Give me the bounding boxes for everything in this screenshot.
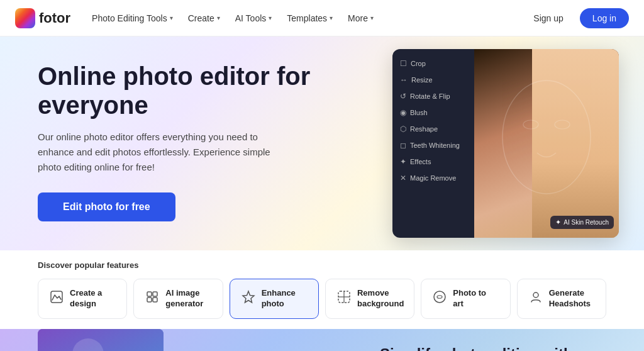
chevron-icon: ▾ <box>170 14 173 21</box>
chevron-icon: ▾ <box>370 14 374 21</box>
sidebar-label-reshape: Reshape <box>410 125 438 133</box>
feature-label-photo-art: Photo to art <box>453 288 498 309</box>
feature-label-headshots: GenerateHeadshots <box>549 288 591 309</box>
hero-content: Online photo editor for everyone Our onl… <box>38 62 327 221</box>
magic-remove-icon: ✕ <box>400 174 406 182</box>
sidebar-resize[interactable]: ↔ Resize <box>392 72 474 88</box>
feature-label-remove-bg: Removebackground <box>357 288 404 309</box>
sidebar-label-effects: Effects <box>410 158 431 165</box>
editor-photo-canvas: ✦ AI Skin Retouch <box>474 49 619 238</box>
chevron-icon: ▾ <box>330 14 333 21</box>
hero-title: Online photo editor for everyone <box>38 62 327 120</box>
crop-icon: ☐ <box>400 59 407 68</box>
ai-image-generator-icon <box>145 290 159 307</box>
feature-photo-to-art[interactable]: Photo to art <box>421 279 510 319</box>
nav-item-more[interactable]: More ▾ <box>341 9 380 27</box>
editor-sidebar: ☐ Crop ↔ Resize ↺ Rotate & Flip ◉ Blush … <box>392 49 474 238</box>
sidebar-blush[interactable]: ◉ Blush <box>392 104 474 121</box>
sidebar-label-resize: Resize <box>411 76 433 84</box>
nav-item-photo-editing-tools[interactable]: Photo Editing Tools ▾ <box>86 9 179 27</box>
hero-subtitle: Our online photo editor offers everythin… <box>38 130 277 175</box>
hero-section: Online photo editor for everyone Our onl… <box>0 36 644 250</box>
ai-skin-retouch-badge: ✦ AI Skin Retouch <box>550 216 614 229</box>
sidebar-label-magic: Magic Remove <box>410 174 456 182</box>
navbar: fotor Photo Editing Tools ▾ Create ▾ AI … <box>0 0 644 36</box>
svg-point-12 <box>434 291 445 303</box>
sidebar-label-rotate: Rotate & Flip <box>410 92 450 100</box>
feature-enhance-photo[interactable]: Enhancephoto <box>230 279 319 319</box>
signup-button[interactable]: Sign up <box>523 8 573 28</box>
hero-image: ☐ Crop ↔ Resize ↺ Rotate & Flip ◉ Blush … <box>392 49 619 238</box>
feature-label-ai-image: AI imagegenerator <box>165 288 203 309</box>
sidebar-label-blush: Blush <box>410 109 428 116</box>
nav-label-create: Create <box>188 13 214 23</box>
bottom-preview-image <box>38 329 164 351</box>
features-grid: Create adesign AI imagegenerator Enhance… <box>38 279 606 319</box>
sidebar-crop[interactable]: ☐ Crop <box>392 55 474 72</box>
create-design-icon <box>50 290 64 307</box>
nav-item-templates[interactable]: Templates ▾ <box>280 9 339 27</box>
feature-remove-background[interactable]: Removebackground <box>325 279 414 319</box>
feature-label-create-design: Create adesign <box>70 288 102 309</box>
feature-label-enhance: Enhancephoto <box>262 288 296 309</box>
feature-generate-headshots[interactable]: GenerateHeadshots <box>517 279 606 319</box>
features-section: Discover popular features Create adesign… <box>0 250 644 319</box>
svg-point-2 <box>555 120 570 129</box>
editor-mock: ☐ Crop ↔ Resize ↺ Rotate & Flip ◉ Blush … <box>392 49 619 238</box>
sidebar-teeth[interactable]: ◻ Teeth Whitening <box>392 137 474 153</box>
nav-label-templates: Templates <box>287 13 327 23</box>
nav-items: Photo Editing Tools ▾ Create ▾ AI Tools … <box>86 9 523 27</box>
nav-item-ai-tools[interactable]: AI Tools ▾ <box>229 9 279 27</box>
svg-rect-7 <box>153 298 157 302</box>
svg-rect-5 <box>153 292 157 296</box>
sidebar-rotate[interactable]: ↺ Rotate & Flip <box>392 88 474 104</box>
chevron-icon: ▾ <box>269 14 272 21</box>
svg-point-13 <box>533 292 538 298</box>
logo-icon <box>15 8 35 28</box>
ai-icon: ✦ <box>555 218 561 226</box>
chevron-icon: ▾ <box>217 14 220 21</box>
sidebar-label-teeth: Teeth Whitening <box>410 142 460 149</box>
sidebar-reshape[interactable]: ⬡ Reshape <box>392 121 474 137</box>
logo-text: fotor <box>39 10 70 26</box>
svg-point-0 <box>502 81 591 194</box>
svg-point-1 <box>523 120 538 129</box>
effects-icon: ✦ <box>400 157 406 166</box>
remove-bg-icon <box>337 290 351 307</box>
ai-badge-label: AI Skin Retouch <box>564 219 609 226</box>
nav-label-more: More <box>348 13 368 23</box>
svg-marker-8 <box>243 291 254 303</box>
nav-actions: Sign up Log in <box>523 8 629 28</box>
sidebar-magic-remove[interactable]: ✕ Magic Remove <box>392 170 474 186</box>
feature-create-design[interactable]: Create adesign <box>38 279 127 319</box>
blush-icon: ◉ <box>400 108 406 117</box>
features-section-label: Discover popular features <box>38 260 606 270</box>
nav-label-ai-tools: AI Tools <box>235 13 267 23</box>
bottom-title: Simplify photo editing with our online p… <box>380 344 594 351</box>
svg-rect-4 <box>147 292 152 296</box>
logo[interactable]: fotor <box>15 8 70 28</box>
photo-art-icon <box>433 290 447 307</box>
bottom-section: Simplify photo editing with our online p… <box>0 329 644 351</box>
enhance-photo-icon <box>242 290 255 307</box>
resize-icon: ↔ <box>400 75 408 84</box>
sidebar-effects[interactable]: ✦ Effects <box>392 153 474 170</box>
sidebar-label-crop: Crop <box>411 60 426 67</box>
feature-ai-image-generator[interactable]: AI imagegenerator <box>133 279 223 319</box>
teeth-icon: ◻ <box>400 141 406 150</box>
svg-rect-6 <box>147 298 152 302</box>
rotate-icon: ↺ <box>400 92 406 101</box>
nav-item-create[interactable]: Create ▾ <box>182 9 226 27</box>
login-button[interactable]: Log in <box>580 8 629 28</box>
face-overlay <box>474 49 619 238</box>
edit-photo-button[interactable]: Edit photo for free <box>38 192 175 221</box>
reshape-icon: ⬡ <box>400 125 406 133</box>
nav-label-photo-editing: Photo Editing Tools <box>92 13 167 23</box>
generate-headshots-icon <box>529 290 543 307</box>
